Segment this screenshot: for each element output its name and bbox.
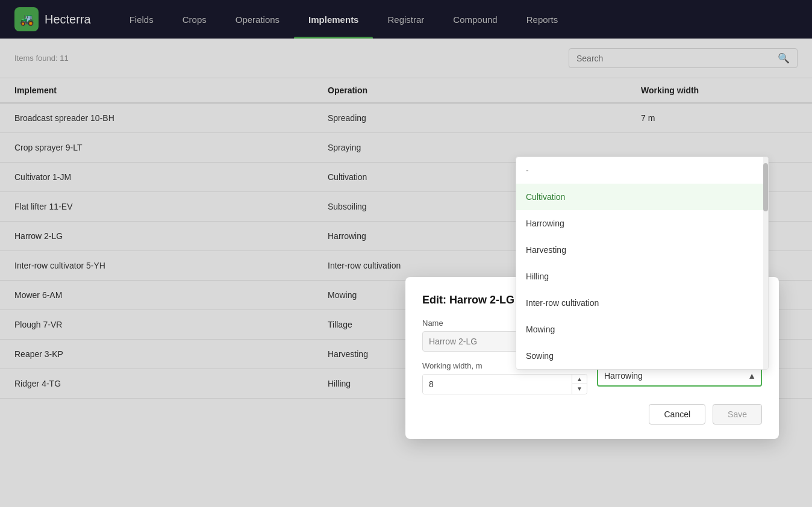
- dropdown-item-harrowing[interactable]: Harrowing: [516, 210, 768, 237]
- number-spinners: ▲ ▼: [572, 375, 587, 394]
- dropdown-item-mowing[interactable]: Mowing: [516, 316, 768, 343]
- dropdown-scrollable: - Cultivation Harrowing Harvesting Hilli…: [516, 157, 768, 369]
- dropdown-item-sowing[interactable]: Sowing: [516, 343, 768, 369]
- working-width-input[interactable]: [423, 375, 572, 394]
- spinner-up[interactable]: ▲: [572, 375, 587, 384]
- dropdown-item-harvesting[interactable]: Harvesting: [516, 237, 768, 263]
- working-width-wrapper: ▲ ▼: [422, 374, 587, 394]
- dropdown-item-cultivation[interactable]: Cultivation: [516, 184, 768, 210]
- dropdown-item-empty[interactable]: -: [516, 157, 768, 184]
- dropdown-item-inter-row[interactable]: Inter-row cultivation: [516, 290, 768, 316]
- dropdown-item-hilling[interactable]: Hilling: [516, 263, 768, 290]
- spinner-down[interactable]: ▼: [572, 384, 587, 394]
- dropdown-scrollbar[interactable]: [763, 157, 768, 369]
- operation-dropdown: - Cultivation Harrowing Harvesting Hilli…: [516, 157, 769, 370]
- dropdown-scrollbar-thumb: [763, 163, 768, 211]
